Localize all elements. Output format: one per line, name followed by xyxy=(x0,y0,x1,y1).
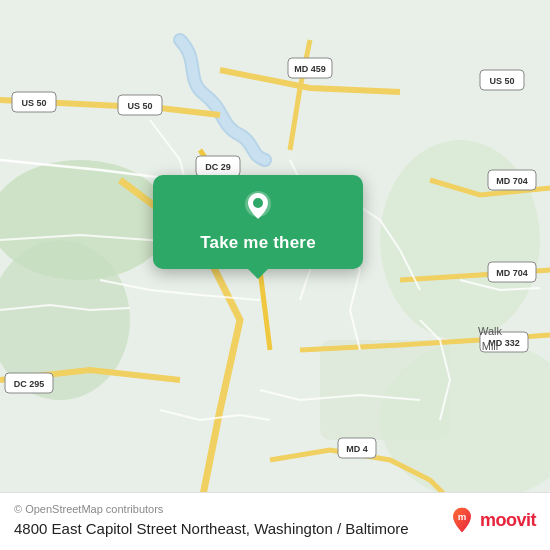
map-background: US 50 US 50 US 50 MD 459 MD 704 MD 704 D… xyxy=(0,0,550,550)
moovit-brand-text: moovit xyxy=(480,510,536,531)
location-pin-icon xyxy=(240,189,276,225)
svg-text:MD 704: MD 704 xyxy=(496,176,528,186)
moovit-icon: m xyxy=(448,506,476,534)
svg-rect-5 xyxy=(320,340,450,440)
svg-text:MD 459: MD 459 xyxy=(294,64,326,74)
svg-text:Walk: Walk xyxy=(478,325,503,337)
moovit-logo: m moovit xyxy=(448,506,536,534)
svg-text:m: m xyxy=(458,511,467,522)
svg-text:Mill: Mill xyxy=(482,340,499,352)
svg-text:US 50: US 50 xyxy=(127,101,152,111)
navigate-button[interactable]: Take me there xyxy=(153,175,363,269)
svg-text:DC 29: DC 29 xyxy=(205,162,231,172)
svg-text:MD 704: MD 704 xyxy=(496,268,528,278)
svg-text:US 50: US 50 xyxy=(489,76,514,86)
svg-point-32 xyxy=(253,198,263,208)
svg-text:US 50: US 50 xyxy=(21,98,46,108)
svg-text:DC 295: DC 295 xyxy=(14,379,45,389)
map-container: US 50 US 50 US 50 MD 459 MD 704 MD 704 D… xyxy=(0,0,550,550)
bottom-info-bar: © OpenStreetMap contributors 4800 East C… xyxy=(0,492,550,551)
svg-text:MD 4: MD 4 xyxy=(346,444,368,454)
popup-button-label: Take me there xyxy=(200,233,316,253)
